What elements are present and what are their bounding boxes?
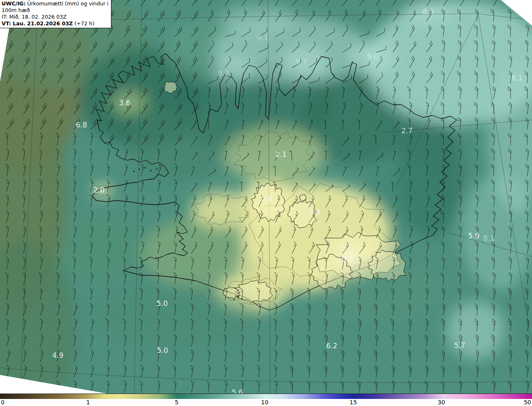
value-label: 2.0: [93, 186, 104, 194]
island-dot: [233, 299, 234, 300]
colorbar-tick-label: 0: [1, 399, 5, 406]
value-label: 0.9: [309, 208, 320, 216]
value-label: 5.0: [156, 299, 167, 308]
value-label: 4.9: [52, 351, 63, 360]
colorbar-labels: 01510153050: [0, 399, 532, 406]
title-line-valid: VT: Lau. 21.02.2026 03Z (+72 h): [2, 20, 109, 27]
colorbar-gradient: [0, 394, 532, 399]
wind-barb: [7, 381, 9, 393]
wind-barb: [39, 381, 42, 393]
value-label: 2.7: [401, 127, 412, 135]
value-label: 2.1: [275, 150, 286, 159]
field-blob: [220, 4, 295, 33]
island-dot: [145, 167, 146, 168]
product-label: UWC/IG:: [2, 0, 26, 7]
colorbar-tick-label: 30: [438, 399, 445, 406]
value-label: 8.3: [422, 7, 433, 16]
island-dot: [133, 171, 134, 172]
value-label: 3.6: [119, 99, 130, 107]
value-label: 5.6: [232, 388, 243, 394]
weather-map: 3.66.88.36.12.72.12.00.90.95.98.10.25.04…: [0, 0, 532, 394]
title-line-product: UWC/IG: Úrkomumætti (mm) og vindur i 100…: [2, 0, 109, 14]
island-dot: [156, 168, 158, 169]
title-line-init: IT: Mið. 18. 02. 2026 03Z: [2, 14, 109, 20]
value-label: 5.0: [157, 346, 168, 355]
title-box: UWC/IG: Úrkomumætti (mm) og vindur i 100…: [0, 0, 111, 28]
wind-barb: [525, 10, 528, 22]
island-dot: [150, 170, 151, 171]
colorbar-tick-label: 15: [350, 399, 357, 406]
island-dot: [237, 296, 238, 298]
island-dot: [138, 169, 140, 170]
value-label: 0.2: [342, 255, 353, 263]
wind-barb: [510, 0, 517, 6]
colorbar-tick-label: 50: [524, 399, 531, 406]
value-label: 5.7: [454, 341, 465, 350]
value-label: 8.1: [483, 234, 494, 242]
field-blob: [447, 301, 505, 359]
value-label: 6.8: [76, 121, 87, 129]
value-label: 6.1: [511, 74, 522, 82]
wind-barb: [527, 0, 532, 6]
colorbar-tick-label: 5: [175, 399, 179, 406]
colorbar: 01510153050: [0, 394, 532, 406]
value-label: 9.2: [218, 69, 229, 78]
value-label: 9.0: [367, 52, 378, 61]
valid-suffix: (+72 h): [73, 20, 94, 27]
value-label: 6.2: [326, 342, 337, 350]
weather-map-canvas: 3.66.88.36.12.72.12.00.90.95.98.10.25.04…: [0, 0, 532, 394]
wind-barb: [23, 381, 26, 393]
value-label: 9.7: [296, 58, 307, 66]
field-blob: [129, 108, 229, 183]
value-label: 5.9: [468, 232, 479, 240]
colorbar-tick-label: 1: [86, 399, 90, 406]
value-label: 0.9: [261, 195, 272, 203]
value-label: 9.1: [257, 34, 268, 42]
colorbar-tick-label: 10: [261, 399, 268, 406]
valid-time: VT: Lau. 21.02.2026 03Z: [2, 20, 73, 27]
